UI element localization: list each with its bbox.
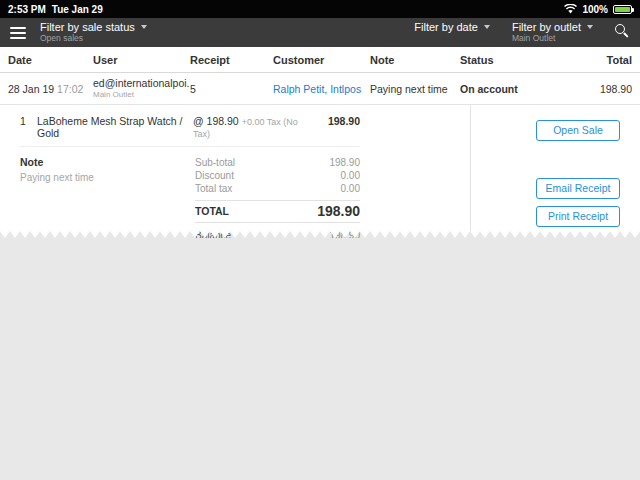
line-item-name: LaBoheme Mesh Strap Watch / Gold (37, 115, 193, 139)
search-icon[interactable] (615, 24, 630, 39)
app-header: Filter by sale status Open sales Filter … (0, 18, 640, 47)
status-time: 2:53 PM (8, 4, 46, 15)
sale-user-outlet: Main Outlet (93, 90, 190, 100)
sale-user: ed@internationalpoi... Main Outlet (93, 77, 190, 99)
note-text: Paying next time (20, 172, 195, 183)
totals-section: Sub-total 198.90 Discount 0.00 Total tax… (195, 156, 360, 242)
filter-by-sale-status[interactable]: Filter by sale status Open sales (40, 21, 147, 44)
sale-note: Paying next time (370, 83, 460, 95)
note-heading: Note (20, 156, 195, 168)
col-header-status: Status (460, 54, 548, 66)
subtotal-row: Sub-total 198.90 (195, 156, 360, 169)
battery-percent: 100% (582, 4, 608, 15)
filter-sale-status-label: Filter by sale status (40, 21, 135, 34)
filter-by-outlet[interactable]: Filter by outlet Main Outlet (512, 21, 593, 44)
chevron-down-icon (484, 25, 490, 29)
filter-sale-status-value: Open sales (40, 34, 147, 44)
filter-outlet-label: Filter by outlet (512, 21, 581, 34)
col-header-total: Total (548, 54, 632, 66)
col-header-customer: Customer (273, 54, 370, 66)
actions-section: Open Sale Email Receipt Print Receipt (471, 105, 640, 231)
open-sale-button[interactable]: Open Sale (536, 120, 620, 141)
col-header-date: Date (8, 54, 93, 66)
line-item-price: @ 198.90 (193, 115, 239, 127)
filter-by-date[interactable]: Filter by date (414, 21, 490, 34)
col-header-receipt: Receipt (190, 54, 273, 66)
sales-history-screen: 2:53 PM Tue Jan 29 100% Filter by sale s… (0, 0, 640, 480)
chevron-down-icon (141, 25, 147, 29)
total-row: TOTAL 198.90 (195, 200, 360, 222)
chevron-down-icon (587, 25, 593, 29)
sale-total: 198.90 (548, 83, 632, 95)
sale-status: On account (460, 83, 548, 95)
status-date: Tue Jan 29 (52, 4, 103, 15)
sale-receipt-number: 5 (190, 83, 273, 95)
sale-row[interactable]: 28 Jan 19 17:02 ed@internationalpoi... M… (0, 73, 640, 105)
page-background (0, 238, 640, 480)
total-tax-row: Total tax 0.00 (195, 182, 360, 195)
filter-outlet-value: Main Outlet (512, 34, 593, 44)
note-section: Note Paying next time (20, 156, 195, 242)
menu-icon[interactable] (10, 27, 26, 39)
wifi-icon (564, 4, 577, 14)
table-header: Date User Receipt Customer Note Status T… (0, 47, 640, 73)
line-item: 1 LaBoheme Mesh Strap Watch / Gold @ 198… (20, 115, 360, 147)
sale-customer-link[interactable]: Ralph Petit, Intlpos (273, 83, 370, 95)
email-receipt-button[interactable]: Email Receipt (536, 178, 620, 199)
print-receipt-button[interactable]: Print Receipt (536, 206, 620, 227)
line-item-amount: 198.90 (305, 115, 360, 127)
line-item-qty: 1 (20, 115, 37, 127)
sale-detail-panel: 1 LaBoheme Mesh Strap Watch / Gold @ 198… (0, 105, 640, 231)
sale-time: 17:02 (57, 83, 83, 95)
battery-icon (613, 5, 632, 14)
receipt-torn-edge (0, 231, 640, 238)
col-header-note: Note (370, 54, 460, 66)
sale-date: 28 Jan 19 17:02 (8, 83, 93, 95)
discount-row: Discount 0.00 (195, 169, 360, 182)
col-header-user: User (93, 54, 190, 66)
status-bar: 2:53 PM Tue Jan 29 100% (0, 0, 640, 18)
filter-date-label: Filter by date (414, 21, 478, 34)
